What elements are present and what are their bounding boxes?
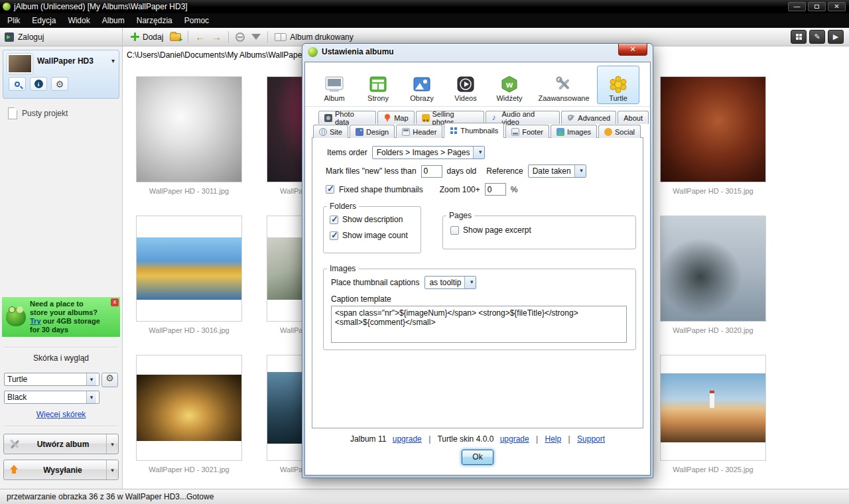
ok-button[interactable]: Ok xyxy=(462,450,493,465)
items-order-select[interactable]: Folders > Images > Pages xyxy=(372,146,486,159)
thumbnail-caption: WallPaper HD - 3016.jpg xyxy=(136,326,242,334)
dialog-titlebar[interactable]: Ustawienia albumu xyxy=(302,43,653,60)
tab-site[interactable]: Site xyxy=(313,125,348,138)
chevron-down-icon: ▾ xyxy=(86,391,96,403)
chevron-down-icon[interactable]: ▾ xyxy=(111,54,115,64)
nav-album[interactable]: Album xyxy=(313,66,356,104)
add-icon xyxy=(131,32,139,41)
style-select[interactable]: Black ▾ xyxy=(4,391,99,404)
edit-button[interactable]: ✎ xyxy=(809,30,825,44)
print-album-icon xyxy=(275,33,287,41)
skin-upgrade-link[interactable]: upgrade xyxy=(500,434,529,444)
mark-new-label: Mark files "new" less than xyxy=(326,166,417,176)
forward-button[interactable]: → xyxy=(212,32,222,42)
show-page-excerpt-checkbox[interactable] xyxy=(450,226,459,235)
tab-about[interactable]: About xyxy=(618,111,649,124)
search-button[interactable] xyxy=(9,77,26,91)
dialog-close-button[interactable]: ✕ xyxy=(618,44,647,56)
menu-widok[interactable]: Widok xyxy=(62,14,96,27)
thumbnail-3020[interactable] xyxy=(660,216,766,322)
ad-close-button[interactable]: x xyxy=(111,298,119,306)
settings-button[interactable]: ⚙ xyxy=(51,77,68,91)
login-button[interactable]: Zaloguj xyxy=(5,32,44,42)
caption-template-textarea[interactable]: <span class="nr">${imageNum}</span> <str… xyxy=(331,306,627,343)
ad-try-link[interactable]: Try xyxy=(30,317,41,325)
menu-album[interactable]: Album xyxy=(96,14,131,27)
tab-photo-data[interactable]: Photo data xyxy=(318,111,376,124)
info-button[interactable]: i xyxy=(30,77,47,91)
tab-map[interactable]: Map xyxy=(377,111,414,124)
thumbnail-3011[interactable] xyxy=(136,76,242,182)
back-icon: ← xyxy=(195,31,205,42)
window-titlebar[interactable]: jAlbum (Unlicensed) [My Albums\WallPaper… xyxy=(0,0,849,13)
nav-zaawansowane[interactable]: Zaawansowane xyxy=(532,66,596,104)
minimize-button[interactable]: — xyxy=(788,2,806,11)
print-album-button[interactable]: Album drukowany xyxy=(275,32,353,42)
zoom-input[interactable] xyxy=(485,183,506,196)
items-order-row: Items order Folders > Images > Pages xyxy=(327,146,485,159)
status-text: przetwarzanie obrazka 36 z 36 w WallPape… xyxy=(7,492,214,501)
back-button[interactable]: ← xyxy=(195,32,205,42)
filter-button[interactable] xyxy=(251,34,261,40)
add-button[interactable]: Dodaj xyxy=(131,32,163,42)
gear-icon: ⚙ xyxy=(105,373,114,383)
tab-selling-photos[interactable]: Selling photos xyxy=(416,111,484,124)
show-description-checkbox[interactable] xyxy=(330,216,338,224)
fixed-shape-row: Fixed shape thumbnails Zoom 100+ % xyxy=(326,183,517,196)
empty-project-item[interactable]: Pusty projekt xyxy=(8,107,68,119)
nav-turtle[interactable]: Turtle xyxy=(597,66,639,104)
skin-select[interactable]: Turtle ▾ xyxy=(4,373,99,386)
close-button[interactable]: ✕ xyxy=(828,2,846,11)
support-link[interactable]: Support xyxy=(577,434,605,444)
menu-narzedzia[interactable]: Narzędzia xyxy=(131,14,178,27)
create-album-dropdown[interactable]: ▾ xyxy=(106,434,118,454)
storage-ad: Need a place to store your albums? Try o… xyxy=(2,297,120,337)
menu-plik[interactable]: Plik xyxy=(1,14,26,27)
tab-footer[interactable]: Footer xyxy=(505,125,549,138)
nav-widzety[interactable]: w Widżety xyxy=(488,66,531,104)
menu-edycja[interactable]: Edycja xyxy=(26,14,62,27)
create-album-button[interactable]: Utwórz album ▾ xyxy=(3,434,119,454)
thumbnail-3016[interactable] xyxy=(136,216,242,322)
project-selector[interactable]: WallPaper HD3 ▾ i ⚙ xyxy=(3,50,119,99)
nav-strony[interactable]: Strony xyxy=(357,66,399,104)
menubar: Plik Edycja Widok Album Narzędzia Pomoc xyxy=(0,13,849,28)
tiles-view-button[interactable] xyxy=(791,30,807,44)
upload-button[interactable]: Wysyłanie ▾ xyxy=(3,460,119,480)
fixed-shape-checkbox[interactable] xyxy=(326,185,334,194)
thumbnail-caption: WallPaper HD - 3020.jpg xyxy=(660,326,766,334)
slideshow-button[interactable]: ▶ xyxy=(828,30,844,44)
remove-button[interactable] xyxy=(235,32,245,42)
nav-videos[interactable]: Videos xyxy=(444,66,487,104)
nav-obrazy[interactable]: Obrazy xyxy=(401,66,443,104)
close-icon: ✕ xyxy=(834,3,839,10)
skin-settings-button[interactable]: ⚙ xyxy=(101,373,118,387)
tab-social[interactable]: Social xyxy=(598,125,641,138)
reference-select[interactable]: Date taken xyxy=(528,164,586,178)
thumbnail-3015[interactable] xyxy=(660,76,766,182)
help-link[interactable]: Help xyxy=(545,434,562,444)
tab-images[interactable]: Images xyxy=(551,125,597,138)
settings-nav: Album Strony Obrazy Videos w Widżety Zaa… xyxy=(313,66,642,104)
mark-new-input[interactable] xyxy=(421,165,442,178)
tab-audio-video[interactable]: Audio and video xyxy=(486,111,560,124)
thumbnail-3025[interactable] xyxy=(660,355,766,461)
upgrade-link[interactable]: upgrade xyxy=(393,434,422,444)
menu-pomoc[interactable]: Pomoc xyxy=(178,14,215,27)
pages-group: Pages Show page excerpt xyxy=(442,211,636,249)
show-image-count-checkbox[interactable] xyxy=(330,231,338,240)
tiles-icon xyxy=(796,34,802,40)
tab-design[interactable]: Design xyxy=(350,125,395,138)
camera-icon xyxy=(324,114,332,122)
captions-select[interactable]: as tooltip xyxy=(424,276,476,289)
add-folder-button[interactable] xyxy=(170,33,181,41)
tab-thumbnails[interactable]: Thumbnails xyxy=(444,123,504,138)
mark-new-row: Mark files "new" less than days old Refe… xyxy=(326,164,586,178)
tab-advanced[interactable]: Advanced xyxy=(561,111,616,124)
more-skins-link[interactable]: Więcej skórek xyxy=(0,410,122,419)
wallpaper-image xyxy=(137,375,241,441)
restore-button[interactable] xyxy=(808,2,826,11)
upload-dropdown[interactable]: ▾ xyxy=(106,460,118,479)
thumbnail-3021[interactable] xyxy=(136,355,242,461)
tab-header[interactable]: Header xyxy=(396,125,442,138)
